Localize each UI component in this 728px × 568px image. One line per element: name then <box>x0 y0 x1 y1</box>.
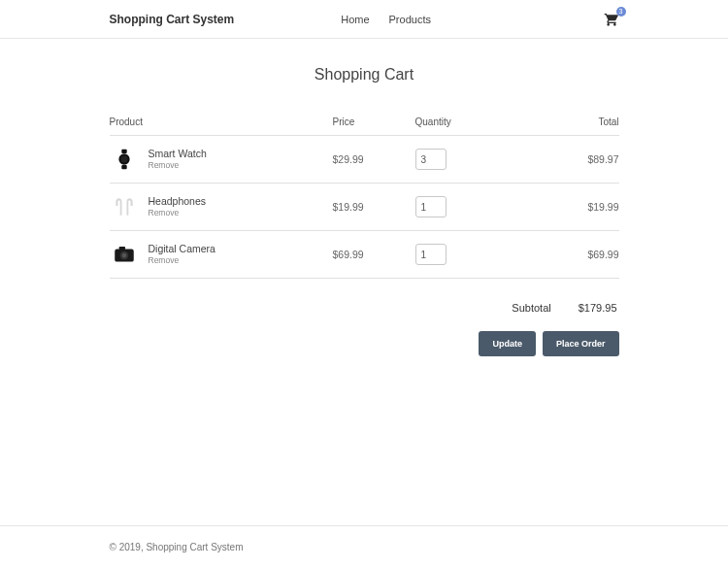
remove-link[interactable]: Remove <box>149 208 333 219</box>
table-row: Digital Camera Remove $69.99 $69.99 <box>110 231 619 279</box>
cart-count-badge: 3 <box>616 7 626 17</box>
line-total: $69.99 <box>532 249 619 260</box>
page-title: Shopping Cart <box>110 66 619 84</box>
svg-rect-1 <box>121 150 126 153</box>
table-row: Headphones Remove $19.99 $19.99 <box>110 184 619 231</box>
place-order-button[interactable]: Place Order <box>543 331 619 356</box>
product-price: $69.99 <box>333 249 415 260</box>
cart-table: Product Price Quantity Total Smart Watch… <box>110 107 619 279</box>
site-footer: © 2019, Shopping Cart System <box>0 525 728 568</box>
svg-rect-5 <box>118 247 124 250</box>
main-nav: Home Products <box>341 14 431 25</box>
watch-icon <box>110 145 139 174</box>
earbuds-icon <box>110 192 139 221</box>
remove-link[interactable]: Remove <box>149 255 333 267</box>
quantity-input[interactable] <box>415 196 447 217</box>
remove-link[interactable]: Remove <box>149 160 333 172</box>
action-buttons: Update Place Order <box>110 331 619 356</box>
quantity-input[interactable] <box>415 244 447 265</box>
subtotal-value: $179.95 <box>579 302 617 314</box>
table-row: Smart Watch Remove $29.99 $89.97 <box>110 136 619 184</box>
svg-point-7 <box>121 253 126 258</box>
product-price: $29.99 <box>333 153 415 165</box>
nav-products[interactable]: Products <box>389 14 431 25</box>
subtotal-label: Subtotal <box>512 302 550 314</box>
quantity-input[interactable] <box>415 149 447 170</box>
camera-icon <box>110 240 139 269</box>
col-quantity: Quantity <box>415 117 532 127</box>
line-total: $89.97 <box>532 153 619 165</box>
svg-rect-2 <box>121 165 126 169</box>
line-total: $19.99 <box>532 201 619 213</box>
site-header: Shopping Cart System Home Products 3 <box>0 0 728 39</box>
product-name: Smart Watch <box>149 147 333 161</box>
subtotal-row: Subtotal $179.95 <box>110 302 619 314</box>
table-header: Product Price Quantity Total <box>110 107 619 136</box>
product-name: Headphones <box>149 194 333 209</box>
update-button[interactable]: Update <box>479 331 536 356</box>
col-total: Total <box>532 117 619 127</box>
product-price: $19.99 <box>333 201 415 213</box>
product-name: Digital Camera <box>149 242 333 256</box>
footer-text: © 2019, Shopping Cart System <box>110 542 619 552</box>
nav-home[interactable]: Home <box>341 14 369 25</box>
brand[interactable]: Shopping Cart System <box>110 13 235 26</box>
col-product: Product <box>110 117 333 127</box>
col-price: Price <box>333 117 415 127</box>
svg-point-3 <box>120 156 127 163</box>
cart-link[interactable]: 3 <box>604 12 619 27</box>
